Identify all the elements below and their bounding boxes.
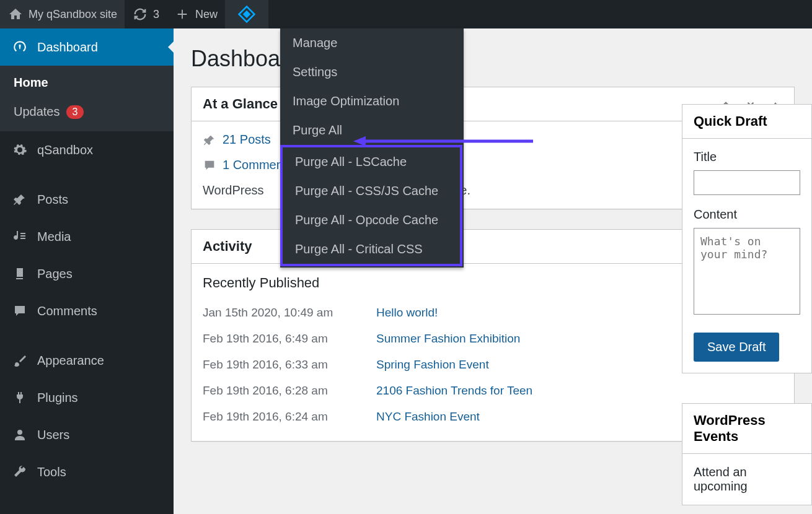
- menu-plugins-label: Plugins: [37, 391, 78, 405]
- adminbar-refresh[interactable]: 3: [125, 0, 167, 28]
- admin-bar: My qSandbox site 3 New: [0, 0, 812, 28]
- home-icon: [7, 6, 24, 22]
- at-a-glance-title: At a Glance: [203, 96, 278, 112]
- wrench-icon: [11, 463, 29, 481]
- glance-comments-link[interactable]: 1 Comment: [223, 158, 286, 172]
- adminbar-new[interactable]: New: [167, 0, 225, 28]
- dd-purge-cssjs[interactable]: Purge All - CSS/JS Cache: [283, 176, 460, 206]
- menu-media-label: Media: [37, 230, 71, 244]
- dd-purge-lscache[interactable]: Purge All - LSCache: [283, 147, 460, 176]
- refresh-icon: [132, 6, 148, 22]
- quick-draft-box: Quick Draft Title Content Save Draft: [682, 104, 812, 373]
- dd-settings[interactable]: Settings: [280, 58, 464, 87]
- adminbar-site-title: My qSandbox site: [29, 8, 117, 21]
- dd-purge-group-highlight: Purge All - LSCache Purge All - CSS/JS C…: [280, 145, 462, 266]
- updates-badge: 3: [66, 105, 84, 119]
- submenu-home[interactable]: Home: [0, 68, 174, 97]
- admin-sidebar: Dashboard Home Updates 3 qSandbox Posts …: [0, 28, 174, 514]
- menu-pages-label: Pages: [37, 267, 73, 281]
- save-draft-button[interactable]: Save Draft: [694, 333, 779, 362]
- activity-link[interactable]: Spring Fashion Event: [376, 358, 489, 372]
- adminbar-new-label: New: [195, 8, 218, 21]
- activity-link[interactable]: 2106 Fashion Trends for Teen: [376, 384, 532, 398]
- svg-marker-2: [353, 136, 366, 146]
- events-box: WordPress Events Attend an upcoming: [682, 403, 812, 505]
- menu-tools[interactable]: Tools: [0, 453, 174, 490]
- menu-dashboard[interactable]: Dashboard: [0, 28, 174, 66]
- menu-users[interactable]: Users: [0, 416, 174, 453]
- pin-icon: [11, 191, 29, 208]
- glance-comments[interactable]: 1 Comment: [203, 158, 286, 172]
- adminbar-refresh-count: 3: [153, 8, 159, 21]
- annotation-arrow: [353, 135, 533, 147]
- quick-draft-title: Quick Draft: [682, 105, 811, 139]
- quick-draft-title-label: Title: [694, 150, 800, 164]
- menu-plugins[interactable]: Plugins: [0, 379, 174, 416]
- menu-tools-label: Tools: [37, 465, 66, 479]
- comment-icon: [11, 302, 29, 320]
- right-column: Quick Draft Title Content Save Draft Wor…: [682, 104, 812, 514]
- dd-image-optimization[interactable]: Image Optimization: [280, 87, 464, 116]
- dd-purge-opcode[interactable]: Purge All - Opcode Cache: [283, 206, 460, 235]
- gear-icon: [11, 141, 29, 159]
- comment-icon: [203, 159, 216, 172]
- menu-appearance-label: Appearance: [37, 354, 104, 368]
- menu-dashboard-label: Dashboard: [37, 40, 98, 54]
- litespeed-icon: [237, 5, 256, 24]
- activity-link[interactable]: Hello world!: [376, 306, 438, 320]
- menu-comments-label: Comments: [37, 304, 97, 318]
- menu-posts-label: Posts: [37, 193, 68, 207]
- brush-icon: [11, 352, 29, 369]
- activity-link[interactable]: NYC Fashion Event: [376, 410, 480, 424]
- dd-manage[interactable]: Manage: [280, 28, 464, 58]
- litespeed-dropdown: Manage Settings Image Optimization Purge…: [280, 28, 464, 268]
- menu-qsandbox[interactable]: qSandbox: [0, 131, 174, 168]
- quick-draft-content-input[interactable]: [694, 228, 800, 315]
- gauge-icon: [11, 38, 29, 56]
- pin-icon: [203, 133, 216, 147]
- svg-point-0: [17, 430, 22, 435]
- user-icon: [11, 426, 29, 443]
- glance-posts-link[interactable]: 21 Posts: [223, 133, 271, 147]
- submenu-updates[interactable]: Updates 3: [0, 97, 174, 126]
- dd-purge-critical[interactable]: Purge All - Critical CSS: [283, 235, 460, 264]
- menu-appearance[interactable]: Appearance: [0, 342, 174, 379]
- events-text: Attend an upcoming: [682, 454, 811, 505]
- plus-icon: [174, 6, 190, 22]
- menu-comments[interactable]: Comments: [0, 292, 174, 329]
- submenu-dashboard: Home Updates 3: [0, 66, 174, 131]
- menu-qsandbox-label: qSandbox: [37, 143, 93, 157]
- adminbar-litespeed[interactable]: [225, 0, 268, 28]
- pages-icon: [11, 265, 29, 282]
- plug-icon: [11, 389, 29, 406]
- glance-posts[interactable]: 21 Posts: [203, 133, 271, 147]
- activity-link[interactable]: Summer Fashion Exhibition: [376, 332, 520, 346]
- menu-pages[interactable]: Pages: [0, 255, 174, 292]
- media-icon: [11, 228, 29, 245]
- activity-title: Activity: [203, 238, 252, 255]
- adminbar-home[interactable]: My qSandbox site: [0, 0, 125, 28]
- menu-users-label: Users: [37, 428, 69, 442]
- quick-draft-title-input[interactable]: [694, 170, 800, 195]
- menu-media[interactable]: Media: [0, 218, 174, 255]
- events-title: WordPress Events: [682, 404, 811, 454]
- menu-posts[interactable]: Posts: [0, 181, 174, 218]
- quick-draft-content-label: Content: [694, 207, 800, 222]
